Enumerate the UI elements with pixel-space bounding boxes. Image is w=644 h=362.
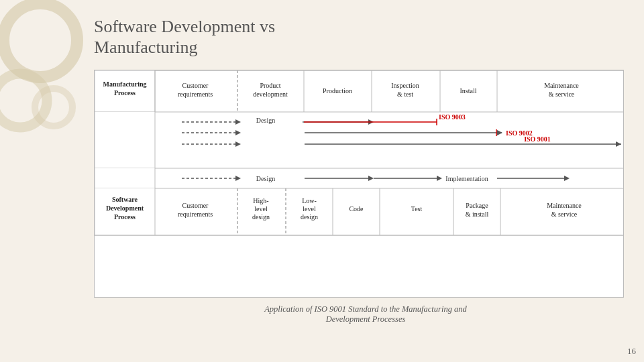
svg-text:requirements: requirements <box>178 90 213 98</box>
svg-marker-47 <box>616 141 621 147</box>
svg-text:Code: Code <box>349 205 364 213</box>
svg-marker-55 <box>368 176 374 181</box>
svg-text:& test: & test <box>397 90 413 98</box>
page-title: Software Development vs Manufacturing <box>94 16 637 58</box>
svg-text:level: level <box>254 205 268 213</box>
svg-marker-44 <box>235 141 241 147</box>
caption: Application of ISO 9001 Standard to the … <box>94 304 637 324</box>
svg-text:Low-: Low- <box>302 197 317 204</box>
svg-text:Install: Install <box>460 87 477 95</box>
svg-text:Design: Design <box>256 175 275 182</box>
svg-point-0 <box>3 3 77 77</box>
svg-text:Product: Product <box>260 82 280 89</box>
svg-text:& service: & service <box>551 210 578 218</box>
decorative-circles <box>0 0 87 134</box>
svg-text:development: development <box>253 90 288 98</box>
svg-text:Customer: Customer <box>182 202 209 209</box>
svg-text:ISO 9003: ISO 9003 <box>439 113 466 121</box>
svg-text:design: design <box>301 213 318 221</box>
svg-text:Maintenance: Maintenance <box>547 202 582 209</box>
svg-text:requirements: requirements <box>178 210 213 218</box>
svg-marker-30 <box>235 119 241 125</box>
svg-text:& service: & service <box>549 90 575 98</box>
svg-text:Process: Process <box>114 213 136 221</box>
svg-marker-58 <box>437 176 442 181</box>
svg-text:Design: Design <box>256 117 275 124</box>
svg-text:Inspection: Inspection <box>391 82 419 89</box>
svg-text:level: level <box>303 205 316 213</box>
svg-text:Production: Production <box>323 87 352 95</box>
svg-text:Maintenance: Maintenance <box>544 82 579 89</box>
svg-marker-60 <box>564 176 570 181</box>
main-content: Software Development vs Manufacturing Ma… <box>94 7 637 355</box>
svg-text:Manufacturing: Manufacturing <box>103 80 147 88</box>
svg-point-1 <box>0 74 47 127</box>
svg-rect-3 <box>95 70 624 112</box>
svg-marker-37 <box>235 130 241 135</box>
svg-rect-26 <box>95 112 155 168</box>
svg-text:Package: Package <box>466 202 488 209</box>
page-number: 16 <box>627 346 636 357</box>
svg-text:Test: Test <box>411 205 423 213</box>
svg-marker-53 <box>235 176 241 181</box>
svg-rect-49 <box>95 168 155 188</box>
svg-text:& install: & install <box>466 210 489 218</box>
svg-text:Development: Development <box>106 204 144 212</box>
svg-text:design: design <box>252 213 270 221</box>
svg-text:ISO 9001: ISO 9001 <box>524 135 551 143</box>
svg-text:Implementation: Implementation <box>445 175 488 182</box>
svg-text:High-: High- <box>253 197 268 204</box>
svg-point-2 <box>35 88 72 126</box>
svg-text:Software: Software <box>112 196 138 203</box>
main-diagram: Manufacturing Process Customer requireme… <box>94 70 624 298</box>
svg-text:Process: Process <box>114 89 136 97</box>
svg-text:Customer: Customer <box>182 82 209 89</box>
